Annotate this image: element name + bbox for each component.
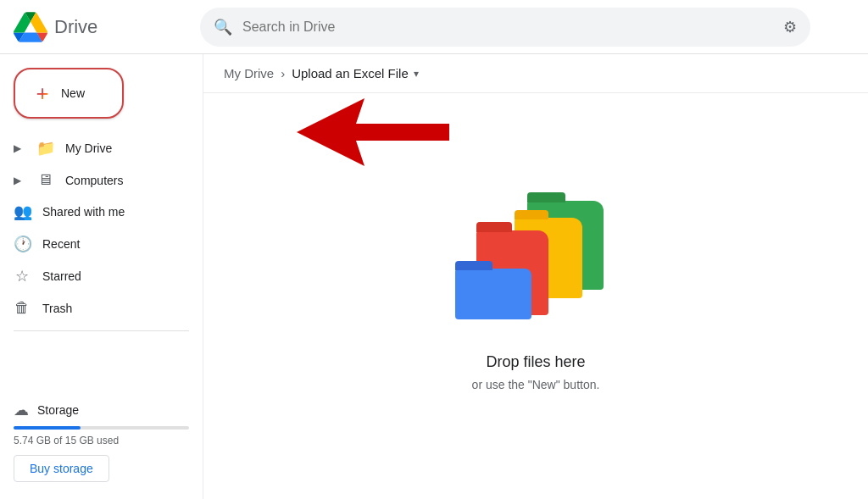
sidebar-item-label: Shared with me: [42, 205, 125, 219]
sidebar-item-label: Computers: [65, 174, 123, 187]
sidebar-item-label: My Drive: [65, 141, 112, 155]
new-button[interactable]: New: [14, 68, 124, 119]
expand-arrow-icon: ▶: [14, 175, 21, 186]
sidebar-item-label: Trash: [42, 302, 72, 315]
sidebar: New ▶ 📁 My Drive ▶ 🖥 Computers 👥 Shared …: [0, 54, 203, 499]
storage-label-text: Storage: [37, 403, 79, 417]
search-bar[interactable]: 🔍 ⚙: [200, 8, 810, 47]
main-layout: New ▶ 📁 My Drive ▶ 🖥 Computers 👥 Shared …: [0, 54, 868, 499]
drop-zone[interactable]: Drop files here or use the "New" button.: [203, 93, 868, 499]
sidebar-item-shared[interactable]: 👥 Shared with me: [0, 196, 189, 228]
sidebar-item-recent[interactable]: 🕐 Recent: [0, 228, 189, 260]
search-input[interactable]: [242, 19, 783, 35]
folder-icon: 📁: [36, 139, 53, 158]
top-bar: Drive 🔍 ⚙: [0, 0, 868, 54]
storage-section: ☁ Storage 5.74 GB of 15 GB used Buy stor…: [0, 391, 203, 492]
breadcrumb-parent[interactable]: My Drive: [224, 66, 274, 80]
storage-bar-fill: [14, 426, 81, 430]
sidebar-item-trash[interactable]: 🗑 Trash: [0, 292, 189, 324]
drop-heading: Drop files here: [486, 353, 585, 371]
storage-label-row: ☁ Storage: [14, 401, 189, 419]
buy-storage-button[interactable]: Buy storage: [14, 455, 109, 482]
folder-blue-icon: [455, 269, 531, 319]
expand-arrow-icon: ▶: [14, 142, 21, 154]
sidebar-item-label: Starred: [42, 269, 81, 283]
clock-icon: 🕐: [14, 235, 31, 253]
cloud-icon: ☁: [14, 401, 29, 419]
sidebar-item-my-drive[interactable]: ▶ 📁 My Drive: [0, 132, 189, 164]
main-content: My Drive › Upload an Excel File ▾ Drop f…: [203, 54, 868, 499]
new-button-label: New: [61, 86, 85, 100]
breadcrumb-current: Upload an Excel File ▾: [292, 66, 419, 80]
storage-bar-background: [14, 426, 189, 430]
folders-illustration: [451, 201, 620, 336]
breadcrumb: My Drive › Upload an Excel File ▾: [203, 54, 868, 93]
sidebar-divider: [14, 330, 189, 331]
trash-icon: 🗑: [14, 299, 31, 317]
google-drive-logo-icon: [14, 12, 47, 42]
storage-used-text: 5.74 GB of 15 GB used: [14, 435, 189, 446]
logo-area: Drive: [14, 12, 200, 42]
breadcrumb-chevron-icon: ›: [281, 66, 285, 80]
app-title: Drive: [54, 16, 97, 38]
breadcrumb-current-label: Upload an Excel File: [292, 66, 409, 80]
breadcrumb-dropdown-icon[interactable]: ▾: [414, 68, 419, 80]
search-icon: 🔍: [214, 18, 232, 36]
computer-icon: 🖥: [36, 171, 53, 189]
drop-subtext: or use the "New" button.: [472, 378, 600, 391]
filter-icon[interactable]: ⚙: [783, 18, 797, 36]
people-icon: 👥: [14, 202, 31, 221]
star-icon: ☆: [14, 267, 31, 286]
sidebar-item-starred[interactable]: ☆ Starred: [0, 260, 189, 292]
sidebar-item-computers[interactable]: ▶ 🖥 Computers: [0, 164, 189, 196]
sidebar-item-label: Recent: [42, 237, 80, 251]
plus-icon: [32, 83, 53, 103]
